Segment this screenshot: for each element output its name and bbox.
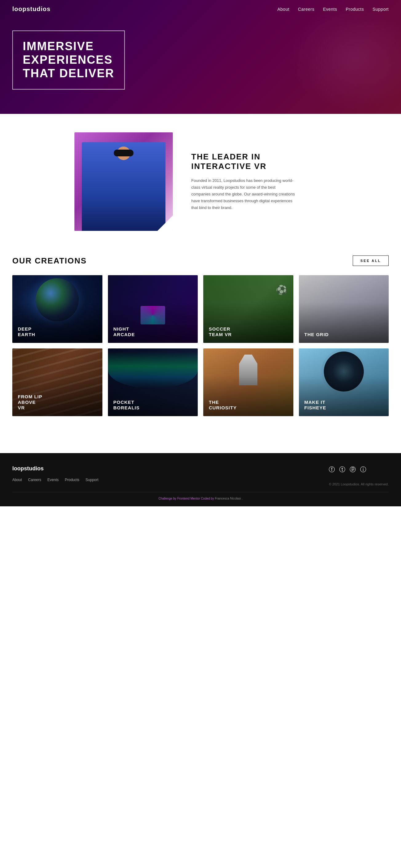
- creations-title: OUR CREATIONS: [12, 256, 87, 266]
- footer-challenge: Challenge by Frontend Mentor Coded by Fr…: [12, 492, 389, 500]
- pinterest-icon[interactable]: ⓟ: [349, 465, 356, 474]
- creations-section: OUR CREATIONS SEE ALL DEEPEARTHNIGHTARCA…: [0, 255, 401, 435]
- nav-logo[interactable]: loopstudios: [12, 5, 51, 12]
- footer-nav-link-careers[interactable]: Careers: [28, 478, 41, 482]
- coder-name: Francesca Nicolasi .: [215, 497, 243, 500]
- vr-headset: [114, 150, 133, 156]
- footer-social: ⓕⓣⓟⓘ: [329, 465, 389, 474]
- nav-link-events[interactable]: Events: [323, 7, 337, 12]
- main-nav: loopstudios AboutCareersEventsProductsSu…: [0, 0, 401, 18]
- challenge-text: Challenge by: [158, 497, 176, 500]
- card-label: THE GRID: [304, 332, 329, 337]
- vr-figure: [82, 142, 165, 231]
- hero-box: IMMERSIVEEXPERIENCESTHAT DELIVER: [12, 30, 125, 89]
- nav-link-support[interactable]: Support: [372, 7, 389, 12]
- about-body: Founded in 2011, Loopstudios has been pr…: [191, 177, 296, 211]
- about-image: [74, 132, 173, 231]
- footer-nav-link-events[interactable]: Events: [47, 478, 59, 482]
- twitter-icon[interactable]: ⓣ: [339, 465, 345, 474]
- creation-card-night-arcade[interactable]: NIGHTARCADE: [108, 275, 198, 343]
- nav-link-about[interactable]: About: [277, 7, 289, 12]
- card-label: NIGHTARCADE: [113, 326, 135, 337]
- creation-card-deep-earth[interactable]: DEEPEARTH: [12, 275, 102, 343]
- footer-left: loopstudios AboutCareersEventsProductsSu…: [12, 465, 98, 482]
- card-label: DEEPEARTH: [18, 326, 35, 337]
- creation-card-pocket-borealis[interactable]: POCKETBOREALIS: [108, 348, 198, 416]
- about-heading: THE LEADER ININTERACTIVE VR: [191, 152, 327, 171]
- creation-card-the-grid[interactable]: THE GRID: [299, 275, 389, 343]
- instagram-icon[interactable]: ⓘ: [360, 465, 366, 474]
- see-all-button[interactable]: SEE ALL: [353, 255, 389, 266]
- creation-card-make-it-fisheye[interactable]: MAKE ITFISHEYE: [299, 348, 389, 416]
- footer-right: ⓕⓣⓟⓘ © 2021 Loopstudios. All rights rese…: [329, 465, 389, 486]
- card-label: FROM LIPABOVEVR: [18, 394, 42, 411]
- creation-card-the-curiosity[interactable]: THECURIOSITY: [203, 348, 293, 416]
- creation-card-soccer-team-vr[interactable]: SOCCERTEAM VR: [203, 275, 293, 343]
- nav-links: AboutCareersEventsProductsSupport: [277, 6, 389, 12]
- footer: loopstudios AboutCareersEventsProductsSu…: [0, 453, 401, 506]
- hero-title: IMMERSIVEEXPERIENCESTHAT DELIVER: [23, 40, 114, 80]
- challenge-link[interactable]: Frontend Mentor: [177, 497, 200, 500]
- creations-grid: DEEPEARTHNIGHTARCADESOCCERTEAM VRTHE GRI…: [12, 275, 389, 416]
- footer-copyright: © 2021 Loopstudios. All rights reserved.: [329, 482, 389, 486]
- card-label: THECURIOSITY: [209, 400, 237, 411]
- creation-card-from-lip-above-vr[interactable]: FROM LIPABOVEVR: [12, 348, 102, 416]
- footer-nav-link-about[interactable]: About: [12, 478, 22, 482]
- footer-nav-link-support[interactable]: Support: [86, 478, 98, 482]
- about-section: THE LEADER ININTERACTIVE VR Founded in 2…: [62, 114, 339, 255]
- card-label: MAKE ITFISHEYE: [304, 400, 326, 411]
- card-label: SOCCERTEAM VR: [209, 326, 232, 337]
- about-text: THE LEADER ININTERACTIVE VR Founded in 2…: [191, 152, 327, 212]
- footer-logo: loopstudios: [12, 465, 98, 472]
- nav-link-careers[interactable]: Careers: [298, 7, 314, 12]
- footer-top: loopstudios AboutCareersEventsProductsSu…: [12, 465, 389, 486]
- nav-link-products[interactable]: Products: [346, 7, 364, 12]
- footer-nav: AboutCareersEventsProductsSupport: [12, 477, 98, 482]
- card-label: POCKETBOREALIS: [113, 400, 140, 411]
- footer-bottom: © 2021 Loopstudios. All rights reserved.: [329, 474, 389, 486]
- coded-text: Coded by: [201, 497, 214, 500]
- hero-content: IMMERSIVEEXPERIENCESTHAT DELIVER: [0, 12, 137, 101]
- facebook-icon[interactable]: ⓕ: [329, 465, 335, 474]
- footer-nav-link-products[interactable]: Products: [65, 478, 79, 482]
- creations-header: OUR CREATIONS SEE ALL: [12, 255, 389, 266]
